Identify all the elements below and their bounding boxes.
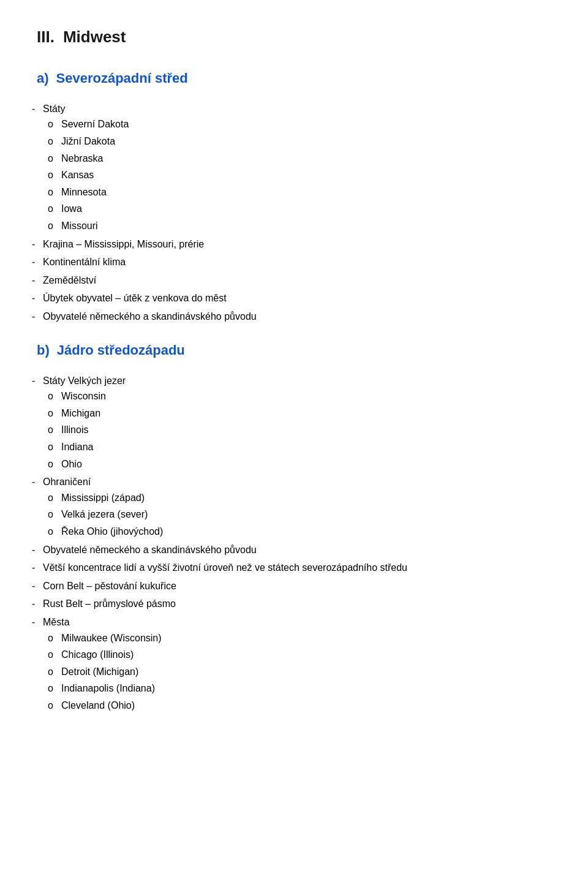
- list-item: Větší koncentrace lidí a vyšší životní ú…: [43, 560, 551, 576]
- list-item: Úbytek obyvatel – útěk z venkova do měst: [43, 290, 551, 306]
- list-item: Ohio: [61, 456, 551, 472]
- list-item: Detroit (Michigan): [61, 664, 551, 680]
- section-b-title: Jádro středozápadu: [57, 339, 185, 361]
- section-b: b) Jádro středozápadu Státy Velkých jeze…: [37, 339, 551, 714]
- item-label: Indianapolis (Indiana): [61, 683, 155, 693]
- item-label: Velká jezera (sever): [61, 509, 148, 519]
- section-b-list: Státy Velkých jezer Wisconsin Michigan I…: [43, 373, 551, 714]
- item-label: Chicago (Illinois): [61, 649, 134, 660]
- list-item: Obyvatelé německého a skandinávského pův…: [43, 542, 551, 558]
- item-label: Detroit (Michigan): [61, 666, 138, 677]
- item-label: Řeka Ohio (jihovýchod): [61, 526, 163, 537]
- item-label: Minnesota: [61, 187, 107, 197]
- list-item: Jižní Dakota: [61, 134, 551, 149]
- section-b-header: b) Jádro středozápadu: [37, 339, 551, 367]
- list-item: Wisconsin: [61, 388, 551, 404]
- list-item: Ohraničení Mississippi (západ) Velká jez…: [43, 474, 551, 539]
- list-item: Mississippi (západ): [61, 490, 551, 506]
- item-label: Wisconsin: [61, 391, 106, 401]
- item-label: Milwaukee (Wisconsin): [61, 633, 162, 643]
- list-item: Iowa: [61, 201, 551, 217]
- item-label: Větší koncentrace lidí a vyšší životní ú…: [43, 562, 407, 573]
- item-label: Cleveland (Ohio): [61, 700, 135, 711]
- item-label: Indiana: [61, 442, 94, 452]
- roman-numeral: III.: [37, 25, 55, 50]
- borders-list: Mississippi (západ) Velká jezera (sever)…: [61, 490, 551, 540]
- item-label: Úbytek obyvatel – útěk z venkova do měst: [43, 293, 227, 303]
- item-label: Města: [43, 617, 70, 627]
- list-item: Milwaukee (Wisconsin): [61, 630, 551, 646]
- item-label: Rust Belt – průmyslové pásmo: [43, 598, 176, 609]
- states-list-a: Severní Dakota Jižní Dakota Nebraska Kan…: [61, 116, 551, 233]
- list-item: Cleveland (Ohio): [61, 698, 551, 714]
- main-title: III. Midwest: [37, 25, 551, 50]
- item-label: Mississippi (západ): [61, 492, 145, 503]
- list-item: Chicago (Illinois): [61, 647, 551, 663]
- page-container: III. Midwest a) Severozápadní střed Stát…: [37, 25, 551, 714]
- list-item: Rust Belt – průmyslové pásmo: [43, 596, 551, 612]
- section-a-header: a) Severozápadní střed: [37, 67, 551, 95]
- list-item: Krajina – Mississippi, Missouri, prérie: [43, 236, 551, 252]
- cities-list: Milwaukee (Wisconsin) Chicago (Illinois)…: [61, 630, 551, 714]
- list-item: Města Milwaukee (Wisconsin) Chicago (Ill…: [43, 614, 551, 714]
- item-label: Corn Belt – pěstování kukuřice: [43, 581, 176, 591]
- item-label: Severní Dakota: [61, 119, 129, 129]
- list-item: Corn Belt – pěstování kukuřice: [43, 578, 551, 594]
- item-label: Nebraska: [61, 153, 103, 164]
- section-a: a) Severozápadní střed Státy Severní Dak…: [37, 67, 551, 325]
- item-label: Zemědělství: [43, 275, 96, 285]
- list-item: Minnesota: [61, 184, 551, 200]
- list-item: Nebraska: [61, 151, 551, 167]
- item-label: Illinois: [61, 424, 88, 435]
- list-item: Illinois: [61, 422, 551, 438]
- item-label: Michigan: [61, 408, 100, 418]
- section-a-list: Státy Severní Dakota Jižní Dakota Nebras…: [43, 101, 551, 325]
- list-item: Indianapolis (Indiana): [61, 681, 551, 696]
- list-item: Indiana: [61, 439, 551, 455]
- item-label: Státy: [43, 104, 65, 114]
- item-label: Krajina – Mississippi, Missouri, prérie: [43, 239, 204, 249]
- item-label: Jižní Dakota: [61, 136, 115, 146]
- list-item: Kontinentální klima: [43, 254, 551, 270]
- list-item: Řeka Ohio (jihovýchod): [61, 524, 551, 540]
- page-title: Midwest: [63, 25, 126, 50]
- section-a-letter: a): [37, 67, 49, 89]
- list-item: Obyvatelé německého a skandinávského pův…: [43, 309, 551, 325]
- item-label: Ohio: [61, 459, 82, 469]
- section-b-letter: b): [37, 339, 50, 361]
- list-item: Kansas: [61, 167, 551, 183]
- list-item: Severní Dakota: [61, 116, 551, 132]
- item-label: Obyvatelé německého a skandinávského pův…: [43, 545, 257, 555]
- section-a-title: Severozápadní střed: [56, 67, 188, 89]
- item-label: Kansas: [61, 170, 94, 180]
- item-label: Obyvatelé německého a skandinávského pův…: [43, 311, 257, 322]
- item-label: Ohraničení: [43, 477, 91, 487]
- item-label: Státy Velkých jezer: [43, 375, 126, 386]
- item-label: Iowa: [61, 203, 82, 214]
- list-item: Velká jezera (sever): [61, 507, 551, 522]
- states-great-lakes: Wisconsin Michigan Illinois Indiana Ohio: [61, 388, 551, 472]
- list-item: Státy Severní Dakota Jižní Dakota Nebras…: [43, 101, 551, 234]
- list-item: Státy Velkých jezer Wisconsin Michigan I…: [43, 373, 551, 472]
- list-item: Missouri: [61, 218, 551, 234]
- item-label: Kontinentální klima: [43, 257, 126, 267]
- list-item: Michigan: [61, 406, 551, 421]
- item-label: Missouri: [61, 221, 98, 231]
- list-item: Zemědělství: [43, 273, 551, 289]
